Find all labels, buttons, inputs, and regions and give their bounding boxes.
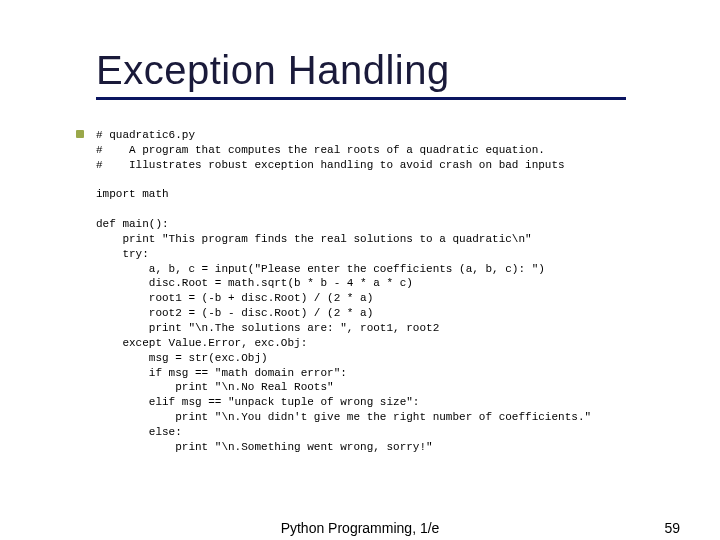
bullet-icon bbox=[76, 130, 84, 138]
footer-source: Python Programming, 1/e bbox=[281, 520, 440, 536]
page-number: 59 bbox=[664, 520, 680, 536]
slide-title: Exception Handling bbox=[96, 48, 680, 93]
title-underline bbox=[96, 97, 626, 100]
code-block: # quadratic6.py # A program that compute… bbox=[96, 128, 680, 455]
slide: Exception Handling # quadratic6.py # A p… bbox=[0, 0, 720, 540]
